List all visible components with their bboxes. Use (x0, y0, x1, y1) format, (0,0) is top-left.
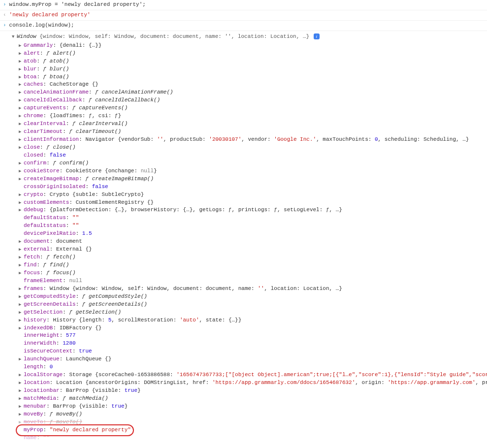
property-value: 1.5 (82, 230, 92, 236)
disclosure-triangle-icon[interactable] (19, 371, 24, 379)
disclosure-triangle-icon[interactable] (19, 387, 24, 395)
property-row[interactable]: crypto: Crypto {subtle: SubtleCrypto} (19, 191, 484, 199)
property-row[interactable]: cookieStore: CookieStore {onchange: null… (19, 167, 484, 175)
property-row[interactable]: alert: ƒ alert() (19, 50, 484, 58)
property-row[interactable]: getSelection: ƒ getSelection() (19, 309, 484, 317)
property-key: atob (24, 58, 36, 64)
disclosure-triangle-icon[interactable] (19, 81, 24, 89)
disclosure-triangle-icon[interactable] (19, 379, 24, 387)
property-row[interactable]: clearTimeout: ƒ clearTimeout() (19, 128, 484, 136)
disclosure-triangle-icon[interactable] (19, 144, 24, 152)
property-row[interactable]: focus: ƒ focus() (19, 269, 484, 277)
disclosure-triangle-icon[interactable] (19, 160, 24, 167)
property-key: clientInformation (24, 136, 79, 142)
disclosure-triangle-icon[interactable] (19, 403, 24, 411)
property-row[interactable]: cancelIdleCallback: ƒ cancelIdleCallback… (19, 96, 484, 104)
disclosure-triangle-icon[interactable] (19, 301, 24, 309)
disclosure-triangle-icon[interactable] (19, 65, 24, 73)
disclosure-triangle-icon[interactable] (19, 120, 24, 128)
disclosure-triangle-icon[interactable] (19, 206, 24, 214)
property-value: document (56, 238, 82, 244)
property-key: closed (24, 152, 43, 158)
disclosure-triangle-icon[interactable] (19, 191, 24, 199)
property-value: ƒ focus() (46, 270, 75, 276)
property-row[interactable]: confirm: ƒ confirm() (19, 160, 484, 167)
property-row[interactable]: fetch: ƒ fetch() (19, 254, 484, 261)
property-row[interactable]: document: document (19, 238, 484, 246)
console-input-row[interactable]: console.log(window); (0, 21, 487, 31)
disclosure-triangle-icon[interactable] (19, 418, 24, 426)
property-row[interactable]: cancelAnimationFrame: ƒ cancelAnimationF… (19, 89, 484, 96)
disclosure-triangle-icon[interactable] (19, 199, 24, 207)
property-row[interactable]: btoa: ƒ btoa() (19, 73, 484, 81)
disclosure-triangle-icon[interactable] (19, 395, 24, 403)
property-row[interactable]: clientInformation: Navigator {vendorSub:… (19, 136, 484, 144)
object-header[interactable]: Window {window: Window, self: Window, do… (12, 33, 484, 41)
property-value: ƒ moveBy() (50, 411, 82, 417)
property-row[interactable]: history: History {length: 5, scrollResto… (19, 317, 484, 324)
property-row[interactable]: clearInterval: ƒ clearInterval() (19, 120, 484, 128)
property-row[interactable]: location: Location {ancestorOrigins: DOM… (19, 379, 484, 387)
property-row[interactable]: getScreenDetails: ƒ getScreenDetails() (19, 301, 484, 309)
property-row[interactable]: captureEvents: ƒ captureEvents() (19, 104, 484, 112)
property-row[interactable]: createImageBitmap: ƒ createImageBitmap() (19, 175, 484, 183)
disclosure-triangle-icon[interactable] (19, 42, 24, 50)
property-list: Grammarly: {denali: {…}}alert: ƒ alert()… (12, 42, 484, 442)
property-row[interactable]: Grammarly: {denali: {…}} (19, 42, 484, 50)
property-row[interactable]: ddebug: {platformDetection: {…}, browser… (19, 206, 484, 214)
disclosure-triangle-icon[interactable] (19, 89, 24, 96)
disclosure-triangle-icon[interactable] (19, 175, 24, 183)
disclosure-triangle-icon[interactable] (19, 317, 24, 324)
disclosure-triangle-icon[interactable] (19, 355, 24, 363)
disclosure-triangle-icon[interactable] (19, 246, 24, 254)
console-input-code: console.log(window); (9, 22, 74, 30)
disclosure-triangle-icon[interactable] (19, 50, 24, 58)
property-value: ƒ getScreenDetails() (82, 301, 147, 307)
disclosure-triangle-icon[interactable] (19, 254, 24, 261)
property-row: innerWidth: 1280 (19, 340, 484, 348)
disclosure-triangle-icon[interactable] (19, 324, 24, 332)
property-row[interactable]: find: ƒ find() (19, 261, 484, 269)
property-row[interactable]: caches: CacheStorage {} (19, 81, 484, 89)
disclosure-triangle-icon[interactable] (19, 411, 24, 418)
property-value: BarProp {visible: true} (66, 387, 141, 393)
disclosure-triangle-icon[interactable] (19, 167, 24, 175)
disclosure-triangle-icon[interactable] (19, 73, 24, 81)
property-row[interactable]: customElements: CustomElementRegistry {} (19, 199, 484, 207)
property-key: menubar (24, 403, 46, 409)
property-row[interactable]: atob: ƒ atob() (19, 58, 484, 65)
property-row[interactable]: menubar: BarProp {visible: true} (19, 403, 484, 411)
property-row[interactable]: launchQueue: LaunchQueue {} (19, 355, 484, 363)
property-row[interactable]: locationbar: BarProp {visible: true} (19, 387, 484, 395)
property-key: indexedDB (24, 325, 53, 331)
console-input-row[interactable]: window.myProp = 'newly declared property… (0, 0, 487, 10)
disclosure-triangle-icon[interactable] (19, 285, 24, 293)
disclosure-triangle-icon[interactable] (19, 261, 24, 269)
disclosure-triangle-icon[interactable] (12, 33, 17, 41)
property-row[interactable]: getComputedStyle: ƒ getComputedStyle() (19, 293, 484, 301)
property-row[interactable]: matchMedia: ƒ matchMedia() (19, 395, 484, 403)
property-row[interactable]: moveBy: ƒ moveBy() (19, 411, 484, 418)
property-row[interactable]: moveTo: ƒ moveTo() (19, 418, 484, 426)
disclosure-triangle-icon[interactable] (19, 293, 24, 301)
property-row[interactable]: frames: Window {window: Window, self: Wi… (19, 285, 484, 293)
disclosure-triangle-icon[interactable] (19, 238, 24, 246)
disclosure-triangle-icon[interactable] (19, 309, 24, 317)
property-key: focus (24, 270, 40, 276)
disclosure-triangle-icon[interactable] (19, 96, 24, 104)
property-row[interactable]: close: ƒ close() (19, 144, 484, 152)
disclosure-triangle-icon[interactable] (19, 112, 24, 120)
disclosure-triangle-icon[interactable] (19, 104, 24, 112)
disclosure-triangle-icon[interactable] (19, 269, 24, 277)
property-row[interactable]: blur: ƒ blur() (19, 65, 484, 73)
disclosure-triangle-icon[interactable] (19, 128, 24, 136)
property-row[interactable]: external: External {} (19, 246, 484, 254)
property-row[interactable]: chrome: {loadTimes: ƒ, csi: ƒ} (19, 112, 484, 120)
property-row[interactable]: localStorage: Storage {scoreCache0-16538… (19, 371, 484, 379)
property-key: myProp (24, 427, 43, 433)
info-badge-icon[interactable]: i (314, 33, 320, 39)
disclosure-triangle-icon[interactable] (19, 136, 24, 144)
property-value: Storage {scoreCache0-1653886588: '165674… (69, 372, 487, 378)
disclosure-triangle-icon[interactable] (19, 58, 24, 65)
property-row[interactable]: indexedDB: IDBFactory {} (19, 324, 484, 332)
